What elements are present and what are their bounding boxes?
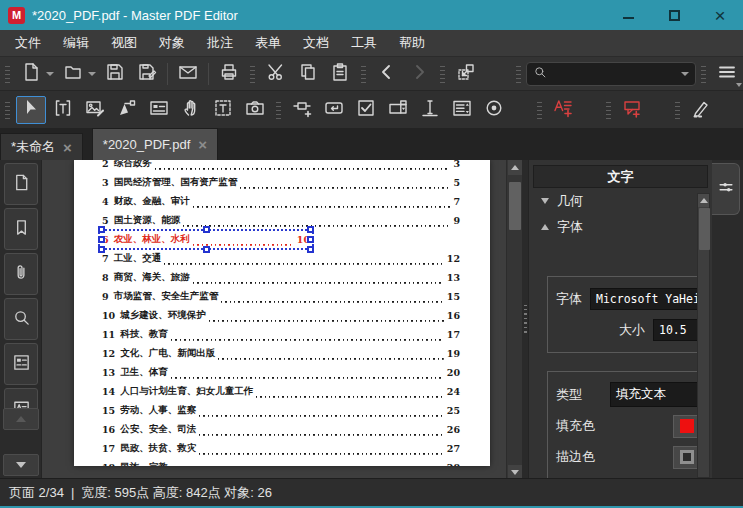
document-tab-2[interactable]: *2020_PDF.pdf× bbox=[92, 128, 218, 160]
pdf-page[interactable]: 2综合政务33国民经济管理、国有资产监管54财政、金融、审计75国土资源、能源9… bbox=[74, 160, 490, 466]
maximize-button[interactable] bbox=[651, 0, 697, 30]
font-family-select[interactable]: Microsoft YaHei bbox=[590, 288, 699, 310]
radio-field-tool-button[interactable] bbox=[479, 96, 509, 124]
chevron-down-icon[interactable] bbox=[88, 72, 96, 76]
menu-6[interactable]: 表单 bbox=[244, 30, 292, 56]
toolbar-grip[interactable] bbox=[276, 101, 281, 119]
panel-scrollbar[interactable] bbox=[697, 193, 710, 478]
chevron-down-icon[interactable] bbox=[681, 72, 689, 76]
note-tool-button[interactable] bbox=[548, 96, 578, 124]
toolbar-grip[interactable] bbox=[250, 65, 255, 83]
select-text-tool-button[interactable] bbox=[208, 96, 238, 124]
toc-row[interactable]: 15劳动、人事、监察25 bbox=[102, 401, 460, 420]
toolbar-grip[interactable] bbox=[537, 101, 542, 119]
section-geometry[interactable]: 几何 bbox=[529, 188, 712, 214]
toolbar-grip[interactable] bbox=[5, 101, 10, 119]
sidebar-scroll-down-button[interactable] bbox=[3, 454, 39, 476]
toolbar-grip[interactable] bbox=[5, 65, 10, 83]
combobox-field-tool-button[interactable] bbox=[383, 96, 413, 124]
scrollbar-thumb[interactable] bbox=[509, 182, 521, 230]
toc-row[interactable]: 2综合政务3 bbox=[102, 160, 460, 173]
fit-visible-button[interactable] bbox=[451, 60, 481, 88]
text-type-select[interactable]: 填充文本 bbox=[610, 382, 701, 407]
edit-image-tool-button[interactable] bbox=[80, 96, 110, 124]
form-panel-button[interactable] bbox=[4, 343, 38, 385]
panel-scrollbar-thumb[interactable] bbox=[699, 208, 710, 250]
splitter-grip[interactable] bbox=[524, 305, 527, 333]
toc-row[interactable]: 4财政、金融、审计7 bbox=[102, 192, 460, 211]
text-field-tool-button[interactable] bbox=[415, 96, 445, 124]
toc-row[interactable]: 7工业、交通12 bbox=[102, 249, 460, 268]
toc-row[interactable]: 18民族、宗教28 bbox=[102, 458, 460, 466]
menu-2[interactable]: 编辑 bbox=[52, 30, 100, 56]
selection-handle[interactable] bbox=[307, 236, 314, 243]
toolbar-grip[interactable] bbox=[675, 101, 680, 119]
toc-row[interactable]: 5国土资源、能源9 bbox=[102, 211, 460, 230]
toc-row[interactable]: 8商贸、海关、旅游13 bbox=[102, 268, 460, 287]
panel-scroll-up-button[interactable] bbox=[698, 194, 709, 207]
toc-row[interactable]: 12文化、广电、新闻出版19 bbox=[102, 344, 460, 363]
toc-row[interactable]: 11科技、教育17 bbox=[102, 325, 460, 344]
menu-4[interactable]: 对象 bbox=[148, 30, 196, 56]
selection-handle[interactable] bbox=[203, 226, 210, 233]
tab-close-icon[interactable]: × bbox=[198, 137, 207, 152]
toc-row[interactable]: 6农业、林业、水利10 bbox=[102, 230, 460, 249]
save-as-button[interactable] bbox=[132, 60, 162, 88]
menu-1[interactable]: 文件 bbox=[4, 30, 52, 56]
section-font[interactable]: 字体 bbox=[529, 214, 712, 240]
sidebar-scroll-up-button[interactable] bbox=[3, 408, 39, 430]
edit-path-tool-button[interactable] bbox=[112, 96, 142, 124]
paste-button[interactable] bbox=[325, 60, 355, 88]
toc-row[interactable]: 10城乡建设、环境保护16 bbox=[102, 306, 460, 325]
toolbar-grip[interactable] bbox=[701, 65, 706, 83]
link-tool-button[interactable] bbox=[287, 96, 317, 124]
document-tab-1[interactable]: *未命名× bbox=[0, 133, 83, 160]
selection-handle[interactable] bbox=[307, 246, 314, 253]
edit-text-tool-button[interactable] bbox=[48, 96, 78, 124]
tab-close-icon[interactable]: × bbox=[63, 140, 72, 155]
menu-9[interactable]: 帮助 bbox=[388, 30, 436, 56]
menu-3[interactable]: 视图 bbox=[100, 30, 148, 56]
selection-handle[interactable] bbox=[307, 226, 314, 233]
forward-button[interactable] bbox=[404, 60, 434, 88]
object-inspector-tab[interactable] bbox=[712, 163, 740, 215]
toolbar-grip[interactable] bbox=[440, 65, 445, 83]
chevron-down-icon[interactable] bbox=[46, 72, 54, 76]
checkbox-field-tool-button[interactable] bbox=[351, 96, 381, 124]
open-folder-button[interactable] bbox=[58, 60, 88, 88]
cut-button[interactable] bbox=[261, 60, 291, 88]
new-document-button[interactable] bbox=[16, 60, 46, 88]
selection-handle[interactable] bbox=[203, 246, 210, 253]
menu-5[interactable]: 批注 bbox=[196, 30, 244, 56]
toc-row[interactable]: 3国民经济管理、国有资产监管5 bbox=[102, 173, 460, 192]
selection-handle[interactable] bbox=[98, 236, 105, 243]
font-size-input[interactable]: 10.5 bbox=[653, 319, 699, 341]
toc-row[interactable]: 14人口与计划生育、妇女儿童工作24 bbox=[102, 382, 460, 401]
scroll-up-button[interactable] bbox=[508, 160, 522, 175]
edit-form-tool-button[interactable] bbox=[144, 96, 174, 124]
toolbar-grip[interactable] bbox=[606, 101, 611, 119]
document-view[interactable]: 2综合政务33国民经济管理、国有资产监管54财政、金融、审计75国土资源、能源9… bbox=[42, 160, 522, 480]
toc-row[interactable]: 9市场监管、安全生产监管15 bbox=[102, 287, 460, 306]
search-input[interactable] bbox=[547, 67, 681, 81]
close-button[interactable]: × bbox=[697, 0, 743, 30]
hamburger-button[interactable] bbox=[712, 60, 742, 88]
selection-handle[interactable] bbox=[98, 226, 105, 233]
toc-row[interactable]: 16公安、安全、司法26 bbox=[102, 420, 460, 439]
callout-tool-button[interactable] bbox=[617, 96, 647, 124]
button-field-tool-button[interactable] bbox=[319, 96, 349, 124]
toolbar-grip[interactable] bbox=[516, 65, 521, 83]
highlight-tool-button[interactable] bbox=[686, 96, 716, 124]
attachments-panel-button[interactable] bbox=[4, 253, 38, 295]
selection-handle[interactable] bbox=[98, 246, 105, 253]
back-button[interactable] bbox=[372, 60, 402, 88]
document-scrollbar[interactable] bbox=[506, 160, 522, 480]
pages-panel-button[interactable] bbox=[4, 163, 38, 205]
select-tool-button[interactable] bbox=[16, 96, 46, 124]
selected-text-object[interactable]: 6农业、林业、水利10 bbox=[102, 230, 310, 249]
email-button[interactable] bbox=[173, 60, 203, 88]
hand-tool-button[interactable] bbox=[176, 96, 206, 124]
copy-button[interactable] bbox=[293, 60, 323, 88]
toc-row[interactable]: 17民政、扶贫、救灾27 bbox=[102, 439, 460, 458]
listbox-field-tool-button[interactable] bbox=[447, 96, 477, 124]
